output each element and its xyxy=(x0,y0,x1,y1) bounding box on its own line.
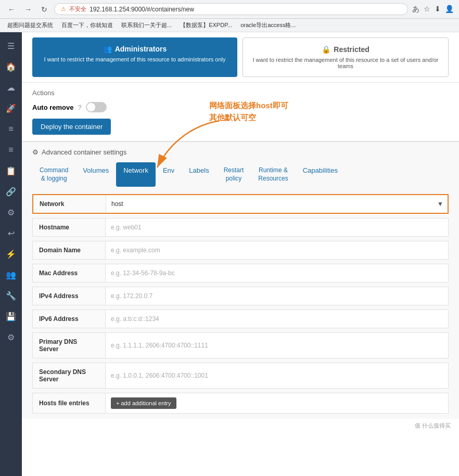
translate-icon[interactable]: あ xyxy=(412,5,419,14)
hostname-row: Hostname xyxy=(32,218,449,237)
url-bar[interactable]: ⚠ 不安全 192.168.1.254:9000/#/containers/ne… xyxy=(54,3,408,15)
advanced-settings-section: ⚙ Advanced container settings Command& l… xyxy=(22,141,459,419)
mac-row: Mac Address xyxy=(32,264,449,282)
restricted-card[interactable]: 🔒 Restricted I want to restrict the mana… xyxy=(243,37,449,77)
sidebar-list2-icon[interactable]: ≡ xyxy=(2,140,20,159)
ipv6-input[interactable] xyxy=(106,311,448,327)
network-label: Network xyxy=(33,195,106,213)
bookmark-4[interactable]: 【数据泵】EXPDP... xyxy=(178,20,234,30)
sidebar: ☰ 🏠 ☁ 🚀 ≡ ≡ 📋 🔗 ⚙ ↩ ⚡ 👥 🔧 💾 ⚙ xyxy=(0,32,22,476)
sidebar-logs-icon[interactable]: 📋 xyxy=(2,161,20,180)
domain-input[interactable] xyxy=(106,242,448,259)
network-select[interactable]: host bridge none xyxy=(106,196,448,212)
deploy-button[interactable]: Deploy the container xyxy=(32,119,111,135)
tab-runtime[interactable]: Runtime &Resources xyxy=(251,162,295,187)
gear-icon: ⚙ xyxy=(32,148,39,156)
tab-capabilities[interactable]: Capabilities xyxy=(296,162,345,187)
ipv4-input[interactable] xyxy=(106,288,448,304)
sidebar-menu-icon[interactable]: ☰ xyxy=(2,36,20,55)
sidebar-settings-icon[interactable]: ⚙ xyxy=(2,203,20,222)
domain-row: Domain Name xyxy=(32,241,449,260)
advanced-settings-title: ⚙ Advanced container settings xyxy=(32,148,449,156)
tab-env[interactable]: Env xyxy=(156,162,182,187)
security-icon: ⚠ xyxy=(61,6,66,12)
primary-dns-row: Primary DNSServer xyxy=(32,332,449,358)
admin-card[interactable]: 👥 Administrators I want to restrict the … xyxy=(32,37,237,77)
sidebar-home-icon[interactable]: 🏠 xyxy=(2,57,20,76)
tab-volumes[interactable]: Volumes xyxy=(75,162,116,187)
auto-remove-toggle[interactable] xyxy=(86,102,107,112)
sidebar-deploy-icon[interactable]: 🚀 xyxy=(2,99,20,118)
restricted-card-desc: I want to restrict the management of thi… xyxy=(251,57,440,69)
browser-chrome: ← → ↻ ⚠ 不安全 192.168.1.254:9000/#/contain… xyxy=(0,0,459,19)
refresh-button[interactable]: ↻ xyxy=(39,4,50,15)
mac-input[interactable] xyxy=(106,265,448,281)
download-icon[interactable]: ⬇ xyxy=(435,5,441,14)
sidebar-tools-icon[interactable]: 🔧 xyxy=(2,286,20,305)
add-entry-button[interactable]: + add additional entry xyxy=(111,397,176,409)
ipv6-label: IPv6 Address xyxy=(33,310,106,328)
sidebar-cloud-icon[interactable]: ☁ xyxy=(2,78,20,97)
sidebar-storage-icon[interactable]: 💾 xyxy=(2,307,20,326)
sidebar-list-icon[interactable]: ≡ xyxy=(2,120,20,138)
admin-card-desc: I want to restrict the management of thi… xyxy=(41,56,229,62)
auto-remove-label: Auto remove xyxy=(32,104,73,111)
lock-icon: 🔒 xyxy=(322,45,330,54)
secondary-dns-input[interactable] xyxy=(106,367,448,384)
hostname-label: Hostname xyxy=(33,218,106,236)
bookmark-icon[interactable]: ☆ xyxy=(424,5,430,14)
main-content: 网络面板选择host即可其他默认可空 👥 Administrat xyxy=(22,32,459,476)
hosts-file-row: Hosts file entries + add additional entr… xyxy=(32,393,449,414)
auto-remove-row: Auto remove ? xyxy=(32,102,449,112)
sidebar-network-icon[interactable]: 🔗 xyxy=(2,182,20,201)
network-select-wrapper: host bridge none ▼ xyxy=(106,196,448,212)
watermark: 值 什么值得买 xyxy=(22,419,459,433)
tab-labels[interactable]: Labels xyxy=(182,162,216,187)
bookmark-5[interactable]: oracle导出access格... xyxy=(238,20,298,30)
sidebar-config-icon[interactable]: ⚙ xyxy=(2,328,20,346)
sidebar-users-icon[interactable]: 👥 xyxy=(2,265,20,284)
hosts-label: Hosts file entries xyxy=(33,393,106,413)
secondary-dns-label: Secondary DNSServer xyxy=(33,363,106,388)
admin-card-title: 👥 Administrators xyxy=(41,45,229,53)
primary-dns-label: Primary DNSServer xyxy=(33,333,106,358)
network-form: Network host bridge none ▼ Hostname xyxy=(32,194,449,419)
tab-restart[interactable]: Restartpolicy xyxy=(216,162,251,187)
sidebar-history-icon[interactable]: ↩ xyxy=(2,224,20,242)
forward-button[interactable]: → xyxy=(22,4,34,15)
url-text: 192.168.1.254:9000/#/containers/new xyxy=(90,6,194,13)
ipv4-row: IPv4 Address xyxy=(32,287,449,305)
tabs-row: Command& logging Volumes Network Env Lab… xyxy=(32,162,449,187)
back-button[interactable]: ← xyxy=(5,4,18,15)
mac-label: Mac Address xyxy=(33,264,106,282)
access-control-section: 👥 Administrators I want to restrict the … xyxy=(22,32,459,83)
tab-network[interactable]: Network xyxy=(116,162,156,187)
domain-label: Domain Name xyxy=(33,241,106,259)
secondary-dns-row: Secondary DNSServer xyxy=(32,363,449,389)
insecure-label: 不安全 xyxy=(69,5,86,13)
network-field-row: Network host bridge none ▼ xyxy=(32,194,449,214)
bookmark-2[interactable]: 百度一下，你就知道 xyxy=(59,20,115,30)
browser-actions: あ ☆ ⬇ 👤 xyxy=(412,5,454,14)
help-icon[interactable]: ? xyxy=(78,104,81,111)
ipv6-row: IPv6 Address xyxy=(32,310,449,328)
bookmark-bar: 超图问题提交系统 百度一下，你就知道 联系我们一关于超... 【数据泵】EXPD… xyxy=(0,19,459,32)
bookmark-3[interactable]: 联系我们一关于超... xyxy=(119,20,174,30)
actions-title: Actions xyxy=(32,89,449,97)
bookmark-1[interactable]: 超图问题提交系统 xyxy=(5,20,55,30)
primary-dns-input[interactable] xyxy=(106,337,448,354)
ipv4-label: IPv4 Address xyxy=(33,287,106,305)
hostname-input[interactable] xyxy=(106,219,448,236)
actions-section: Actions Auto remove ? Deploy the contain… xyxy=(22,83,459,141)
profile-icon[interactable]: 👤 xyxy=(445,5,454,14)
tab-command-logging[interactable]: Command& logging xyxy=(32,162,75,187)
sidebar-bolt-icon[interactable]: ⚡ xyxy=(2,245,20,263)
restricted-card-title: 🔒 Restricted xyxy=(251,45,440,54)
admin-icon: 👥 xyxy=(103,45,112,53)
